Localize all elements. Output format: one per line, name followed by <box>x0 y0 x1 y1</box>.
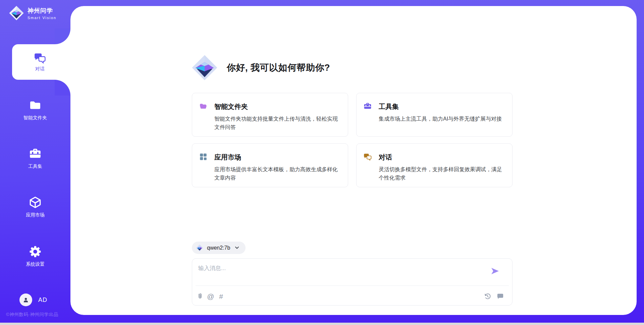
composer-divider <box>196 285 509 286</box>
topic-button[interactable]: # <box>217 293 225 300</box>
gear-icon <box>29 245 42 258</box>
grid-icon <box>199 152 208 161</box>
brand-diamond-icon <box>9 5 24 21</box>
folder-open-icon <box>199 102 208 111</box>
sidebar-item-app-market[interactable]: 应用市场 <box>0 196 70 218</box>
card-description: 应用市场提供丰富长文本模板，助力高效生成多样化文章内容 <box>214 166 338 182</box>
card-title: 对话 <box>379 153 503 162</box>
avatar <box>19 294 32 306</box>
card-title: 智能文件夹 <box>214 102 338 111</box>
history-clock-icon <box>484 292 491 300</box>
card-description: 集成市场上主流工具，助力AI与外界无缝扩展与对接 <box>379 115 503 123</box>
folder-icon <box>29 99 42 112</box>
greeting-title: 你好, 我可以如何帮助你? <box>227 62 330 74</box>
chat-icon <box>363 152 372 161</box>
paperclip-icon <box>196 292 204 300</box>
chevron-down-icon <box>234 245 240 251</box>
person-icon <box>22 296 30 304</box>
card-chat[interactable]: 对话 灵活切换多模型文件，支持多样回复效果调试，满足个性化需求 <box>356 143 513 187</box>
message-input[interactable] <box>198 264 481 282</box>
conversation-button[interactable] <box>496 292 504 300</box>
history-button[interactable] <box>484 292 491 300</box>
sidebar-item-toolset[interactable]: 工具集 <box>0 147 70 170</box>
mention-button[interactable]: @ <box>207 293 214 300</box>
card-app-market[interactable]: 应用市场 应用市场提供丰富长文本模板，助力高效生成多样化文章内容 <box>192 143 348 187</box>
toolbox-icon <box>363 102 372 111</box>
bottom-edge-strip <box>0 323 644 325</box>
sidebar-item-smart-folder[interactable]: 智能文件夹 <box>0 99 70 121</box>
hash-icon: # <box>219 292 223 300</box>
card-toolset[interactable]: 工具集 集成市场上主流工具，助力AI与外界无缝扩展与对接 <box>356 93 513 137</box>
tab-fillet-top <box>55 28 70 44</box>
brand-logo: 神州问学 Smart Vision <box>9 5 56 21</box>
sidebar-item-label: 对话 <box>35 66 45 72</box>
sidebar-item-label: 工具集 <box>28 164 42 170</box>
brand-subtitle: Smart Vision <box>28 16 56 20</box>
user-profile[interactable]: AD <box>19 294 47 306</box>
send-icon[interactable] <box>490 266 500 276</box>
sidebar-item-label: 应用市场 <box>26 212 45 218</box>
user-initials: AD <box>38 297 47 304</box>
card-title: 工具集 <box>379 102 503 111</box>
card-title: 应用市场 <box>214 153 338 162</box>
sidebar-item-label: 系统设置 <box>26 261 45 267</box>
at-icon: @ <box>207 292 214 300</box>
cube-icon <box>29 196 42 209</box>
card-description: 灵活切换多模型文件，支持多样回复效果调试，满足个性化需求 <box>379 166 503 182</box>
model-diamond-icon <box>196 244 203 252</box>
assistant-diamond-icon <box>191 54 218 81</box>
feature-cards: 智能文件夹 智能文件夹功能支持批量文件上传与清洗，轻松实现文件问答 工具集 集成… <box>192 93 513 187</box>
sidebar-item-label: 智能文件夹 <box>23 115 47 121</box>
toolbox-icon <box>29 147 42 160</box>
card-smart-folder[interactable]: 智能文件夹 智能文件夹功能支持批量文件上传与清洗，轻松实现文件问答 <box>192 93 348 137</box>
brand-name: 神州问学 <box>28 7 56 15</box>
copyright-footer: ©神州数码·神州问学出品 <box>6 312 58 318</box>
greeting-block: 你好, 我可以如何帮助你? <box>191 54 330 82</box>
model-name: qwen2:7b <box>207 245 230 251</box>
sidebar-item-chat[interactable]: 对话 <box>12 44 72 80</box>
chat-icon <box>34 52 46 64</box>
card-description: 智能文件夹功能支持批量文件上传与清洗，轻松实现文件问答 <box>214 115 338 132</box>
model-selector[interactable]: qwen2:7b <box>192 242 246 254</box>
sidebar-item-settings[interactable]: 系统设置 <box>0 245 70 267</box>
tab-fillet-bottom <box>55 80 70 95</box>
message-bubble-icon <box>496 292 504 300</box>
attach-file-button[interactable] <box>196 292 204 300</box>
message-composer: @ # <box>192 258 513 306</box>
